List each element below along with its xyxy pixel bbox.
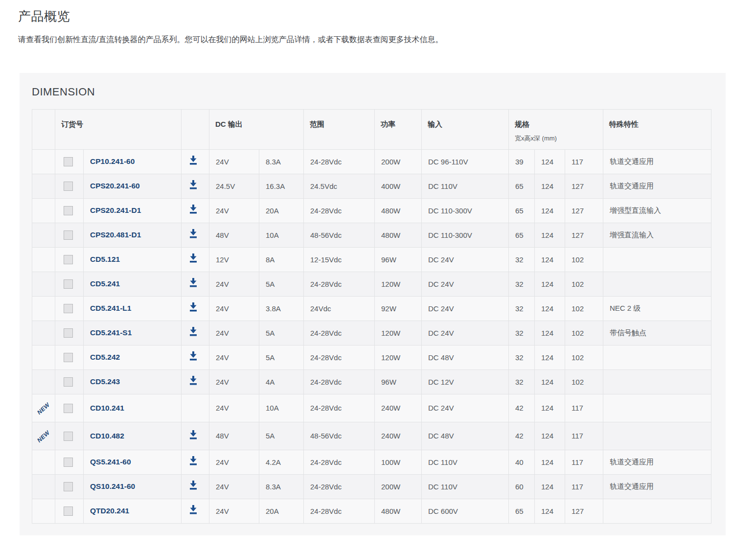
download-icon[interactable] (188, 156, 198, 166)
header-download-column (182, 109, 209, 149)
row-checkbox[interactable] (64, 255, 73, 264)
row-checkbox[interactable] (64, 279, 73, 289)
cell-dc-current: 20A (259, 198, 304, 223)
cell-power: 240W (375, 394, 422, 422)
cell-power: 400W (375, 174, 422, 198)
row-checkbox[interactable] (64, 482, 73, 491)
header-order-number: 订货号 (55, 109, 182, 149)
checkbox-cell (55, 499, 84, 523)
cell-dc-current: 10A (259, 223, 304, 247)
download-cell (182, 296, 209, 321)
download-icon[interactable] (188, 229, 198, 239)
download-cell (182, 223, 209, 247)
cell-dc-current: 4.2A (259, 450, 304, 474)
download-icon[interactable] (188, 376, 198, 386)
product-link[interactable]: CD5.243 (90, 377, 120, 386)
product-name-cell: QTD20.241 (84, 499, 182, 523)
download-cell (182, 499, 209, 523)
page-header: 产品概览 请查看我们创新性直流/直流转换器的产品系列。您可以在我们的网站上浏览产… (0, 0, 756, 45)
cell-dc-voltage: 48V (209, 223, 259, 247)
product-link[interactable]: CD10.241 (90, 404, 124, 412)
cell-dc-voltage: 24V (209, 198, 259, 223)
download-icon[interactable] (188, 505, 198, 515)
cell-height-mm: 124 (535, 223, 565, 247)
cell-dc-voltage: 24V (209, 321, 259, 345)
download-cell (182, 198, 209, 223)
product-link[interactable]: CD10.482 (90, 432, 124, 440)
cell-dc-voltage: 24V (209, 296, 259, 321)
download-icon[interactable] (188, 180, 198, 190)
download-icon[interactable] (188, 351, 198, 362)
download-icon[interactable] (188, 327, 198, 337)
cell-dc-current: 5A (259, 345, 304, 369)
product-link[interactable]: QS5.241-60 (90, 458, 131, 466)
cell-power: 480W (375, 499, 422, 523)
header-range: 范围 (304, 109, 375, 149)
product-link[interactable]: CPS20.241-D1 (90, 206, 141, 214)
download-icon[interactable] (188, 205, 198, 215)
product-name-cell: CD5.241-L1 (84, 296, 182, 321)
product-link[interactable]: CD5.241-S1 (90, 328, 132, 337)
cell-special-feature: 轨道交通应用 (603, 174, 711, 198)
cell-special-feature: 带信号触点 (603, 321, 711, 345)
cell-range: 24-28Vdc (304, 499, 375, 523)
row-checkbox[interactable] (64, 458, 73, 467)
product-link[interactable]: CD5.242 (90, 353, 120, 361)
row-checkbox[interactable] (64, 230, 73, 240)
cell-dc-voltage: 24V (209, 345, 259, 369)
product-name-cell: CD5.241 (84, 272, 182, 296)
row-checkbox[interactable] (64, 377, 73, 387)
download-icon[interactable] (188, 430, 198, 440)
product-link[interactable]: CD5.121 (90, 255, 120, 263)
cell-power: 120W (375, 321, 422, 345)
new-badge: NEW (36, 401, 51, 416)
download-icon[interactable] (188, 302, 198, 313)
product-link[interactable]: CPS20.481-D1 (90, 230, 141, 239)
cell-dc-voltage: 48V (209, 422, 259, 450)
product-link[interactable]: CP10.241-60 (90, 157, 135, 165)
row-checkbox[interactable] (64, 206, 73, 215)
table-row: CD5.241 24V 5A 24-28Vdc 120W DC 24V 32 1… (32, 272, 711, 296)
product-name-cell: CD5.242 (84, 345, 182, 369)
cell-depth-mm: 102 (565, 272, 603, 296)
cell-dc-voltage: 12V (209, 247, 259, 272)
cell-width-mm: 65 (509, 174, 535, 198)
checkbox-cell (55, 450, 84, 474)
row-checkbox[interactable] (64, 404, 73, 413)
row-checkbox[interactable] (64, 182, 73, 191)
header-new-column (32, 109, 55, 149)
row-checkbox[interactable] (64, 507, 73, 516)
product-link[interactable]: QS10.241-60 (90, 482, 135, 490)
table-row: NEW CD10.241 24V 10A 24-28Vdc 240W DC 24… (32, 394, 711, 422)
product-link[interactable]: QTD20.241 (90, 507, 129, 515)
product-name-cell: CD5.243 (84, 369, 182, 394)
header-dimensions-label: 规格 (515, 120, 599, 129)
product-link[interactable]: CD5.241 (90, 279, 120, 288)
row-checkbox[interactable] (64, 328, 73, 338)
cell-input: DC 48V (422, 345, 509, 369)
product-name-cell: CPS20.241-D1 (84, 198, 182, 223)
checkbox-cell (55, 296, 84, 321)
download-icon[interactable] (188, 278, 198, 288)
product-link[interactable]: CPS20.241-60 (90, 182, 140, 190)
product-link[interactable]: CD5.241-L1 (90, 304, 131, 312)
cell-height-mm: 124 (535, 345, 565, 369)
row-checkbox[interactable] (64, 353, 73, 362)
cell-input: DC 96-110V (422, 149, 509, 174)
row-checkbox[interactable] (64, 304, 73, 313)
download-icon[interactable] (188, 481, 198, 491)
download-icon[interactable] (188, 253, 198, 264)
download-icon[interactable] (188, 456, 198, 466)
cell-dc-current: 8.3A (259, 149, 304, 174)
cell-special-feature (603, 247, 711, 272)
row-checkbox[interactable] (64, 432, 73, 441)
row-checkbox[interactable] (64, 157, 73, 166)
cell-special-feature (603, 499, 711, 523)
panel-heading: DIMENSION (32, 86, 726, 98)
cell-height-mm: 124 (535, 499, 565, 523)
new-badge-cell: NEW (32, 422, 55, 450)
new-badge-cell (32, 369, 55, 394)
table-row: NEW CD10.482 48V 5A 48-56Vdc 240W DC 48V… (32, 422, 711, 450)
checkbox-cell (55, 345, 84, 369)
cell-dc-voltage: 24V (209, 474, 259, 499)
